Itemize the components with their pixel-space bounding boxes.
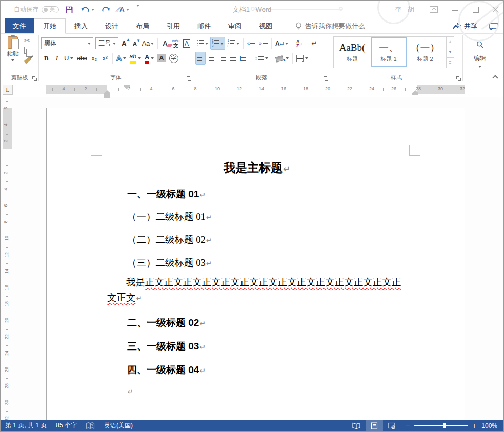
vertical-ruler[interactable]: 6422468101214161820222426283032 — [3, 97, 12, 421]
align-right-button[interactable] — [217, 52, 227, 65]
maximize-button[interactable] — [473, 7, 479, 13]
distribute-button[interactable] — [238, 52, 249, 65]
paragraph-title[interactable]: 我是主标题↵ — [107, 159, 407, 178]
user-name[interactable]: 奎 胡 — [395, 5, 416, 14]
styles-scroll-up-icon[interactable]: ▲ — [447, 37, 454, 47]
draw-dropdown-icon[interactable] — [126, 9, 129, 11]
paste-dropdown-icon[interactable] — [11, 59, 14, 61]
tab-references[interactable]: 引用 — [158, 18, 189, 33]
hanging-indent-marker[interactable] — [104, 90, 110, 98]
proofing-status[interactable] — [82, 420, 99, 431]
multilevel-list-button[interactable]: 1ai — [226, 37, 240, 50]
language-status[interactable]: 英语(美国) — [99, 420, 137, 431]
tab-file[interactable]: 文件 — [5, 18, 34, 33]
character-shading-button[interactable]: A — [156, 52, 167, 65]
autosave-switch[interactable]: 关 — [42, 6, 59, 13]
tab-layout[interactable]: 布局 — [127, 18, 158, 33]
tab-insert[interactable]: 插入 — [66, 18, 96, 33]
paragraph-empty[interactable]: ↵ — [107, 384, 407, 399]
font-color-button[interactable]: A — [143, 52, 155, 65]
editing-dropdown-icon[interactable] — [478, 66, 481, 68]
read-mode-button[interactable] — [348, 420, 366, 431]
collapse-ribbon-button[interactable] — [493, 74, 497, 78]
right-indent-marker[interactable] — [412, 90, 418, 95]
ribbon-display-options-button[interactable] — [430, 6, 438, 13]
customize-qat-button[interactable] — [135, 4, 141, 16]
numbering-button[interactable]: 123 — [210, 37, 225, 50]
first-line-indent-marker[interactable] — [124, 85, 130, 89]
styles-dialog-launcher[interactable] — [456, 76, 461, 81]
paragraph-h2[interactable]: （二）二级标题 02↵ — [107, 233, 407, 248]
strikethrough-button[interactable]: abc — [75, 52, 88, 65]
enclose-characters-button[interactable]: 字 — [168, 52, 180, 65]
borders-button[interactable] — [295, 52, 310, 65]
paragraph-h1[interactable]: 四、一级标题 04↵ — [107, 363, 407, 377]
paragraph-h1[interactable]: 三、一级标题 03↵ — [107, 340, 407, 354]
print-layout-button[interactable] — [366, 420, 383, 431]
tab-view[interactable]: 视图 — [250, 18, 281, 33]
align-center-button[interactable] — [206, 52, 216, 65]
change-case-button[interactable]: Aa — [140, 37, 155, 50]
bold-button[interactable]: B — [41, 52, 51, 65]
increase-indent-button[interactable]: » — [257, 37, 269, 50]
editing-label[interactable]: 编辑 — [465, 54, 495, 63]
undo-dropdown-icon[interactable] — [91, 9, 94, 11]
font-size-combobox[interactable]: 三号 — [95, 37, 118, 49]
tab-design[interactable]: 设计 — [96, 18, 127, 33]
redo-button[interactable] — [100, 4, 111, 16]
style-heading1[interactable]: 一、标题 1 — [371, 37, 407, 67]
web-layout-button[interactable] — [383, 420, 400, 431]
format-painter-button[interactable] — [24, 56, 31, 64]
copy-button[interactable] — [24, 47, 30, 54]
paragraph-dialog-launcher[interactable] — [323, 76, 328, 81]
show-marks-button[interactable]: ↵ — [309, 37, 319, 50]
zoom-level[interactable]: 100% — [481, 422, 503, 429]
word-count-status[interactable]: 85 个字 — [51, 420, 82, 431]
shading-button[interactable] — [274, 52, 290, 65]
asian-layout-button[interactable]: A⇄ — [274, 37, 290, 50]
zoom-slider-thumb[interactable] — [443, 423, 446, 428]
undo-button[interactable] — [79, 4, 95, 16]
paragraph-h2[interactable]: （一）二级标题 01↵ — [107, 210, 407, 224]
superscript-button[interactable]: x² — [100, 52, 110, 65]
paste-button[interactable]: 粘贴 — [4, 36, 22, 68]
minimize-button[interactable] — [451, 6, 459, 13]
style-title[interactable]: AaBb(标题 — [334, 37, 370, 67]
find-button[interactable] — [471, 37, 489, 52]
draw-format-button[interactable]: ⁄⁄A — [116, 4, 130, 16]
character-border-button[interactable]: A — [182, 37, 192, 50]
font-dialog-launcher[interactable] — [186, 76, 191, 81]
autosave-toggle[interactable]: 自动保存 关 — [14, 5, 59, 14]
phonetic-guide-button[interactable]: wén文 — [171, 37, 181, 50]
subscript-button[interactable]: x₂ — [89, 52, 99, 65]
paragraph-h1[interactable]: 一、一级标题 01↵ — [107, 188, 407, 201]
close-button[interactable] — [492, 6, 499, 13]
document-page[interactable]: 我是主标题↵一、一级标题 01↵（一）二级标题 01↵（二）二级标题 02↵（三… — [46, 108, 465, 421]
zoom-out-button[interactable]: − — [406, 423, 410, 428]
tab-home[interactable]: 开始 — [34, 18, 66, 34]
italic-button[interactable]: I — [52, 52, 62, 65]
highlight-button[interactable]: ab — [128, 52, 143, 65]
tab-selector-button[interactable]: L — [3, 85, 13, 95]
underline-button[interactable]: U — [63, 52, 75, 65]
decrease-indent-button[interactable]: « — [246, 37, 257, 50]
text-effects-button[interactable]: A — [115, 52, 128, 65]
font-name-combobox[interactable]: 黑体 — [41, 37, 93, 49]
paragraph-body[interactable]: 我是正文正文正文正文正文正文正文正文正文正文正文正文正文正文正文↵ — [107, 275, 407, 306]
zoom-slider-track[interactable] — [414, 425, 468, 426]
clipboard-dialog-launcher[interactable] — [32, 76, 37, 81]
styles-scroll-down-icon[interactable]: ▼ — [447, 47, 454, 57]
paragraph-h2[interactable]: （三）二级标题 03↵ — [107, 256, 407, 271]
align-left-button[interactable] — [195, 52, 206, 65]
shrink-font-button[interactable]: A▼ — [130, 37, 140, 50]
page-number-status[interactable]: 第 1 页, 共 1 页 — [1, 420, 51, 431]
justify-button[interactable] — [228, 52, 238, 65]
tab-mailings[interactable]: 邮件 — [189, 18, 219, 33]
bullets-button[interactable]: ••• — [195, 37, 210, 50]
tell-me-box[interactable]: 告诉我你想要做什么 — [295, 18, 365, 33]
zoom-in-button[interactable]: + — [472, 423, 476, 428]
document-content[interactable]: 我是主标题↵一、一级标题 01↵（一）二级标题 01↵（二）二级标题 02↵（三… — [107, 159, 407, 399]
style-heading2[interactable]: （一）标题 2 — [407, 37, 443, 67]
comment-icon[interactable] — [489, 23, 498, 30]
paragraph-h1[interactable]: 二、一级标题 02↵ — [107, 316, 407, 330]
